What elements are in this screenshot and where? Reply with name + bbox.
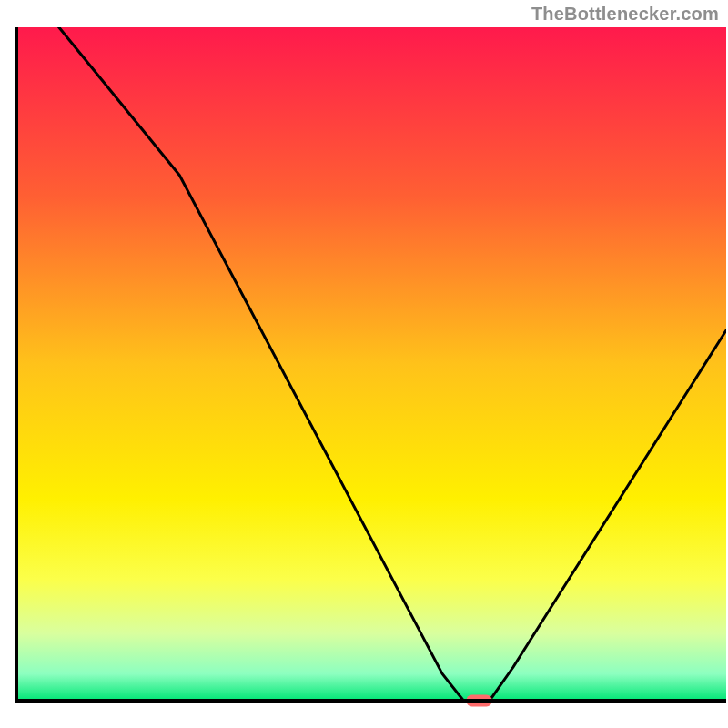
bottleneck-chart	[0, 0, 728, 728]
chart-gradient-background	[16, 27, 726, 701]
